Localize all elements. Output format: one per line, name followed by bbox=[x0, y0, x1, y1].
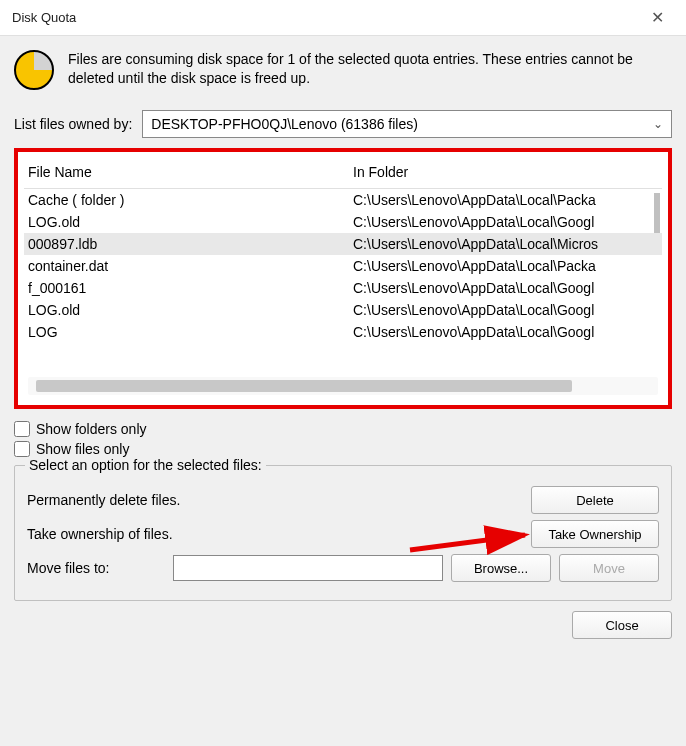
take-ownership-label: Take ownership of files. bbox=[27, 526, 173, 542]
cell-folder: C:\Users\Lenovo\AppData\Local\Googl bbox=[353, 214, 658, 230]
annotation-arrow-icon bbox=[405, 525, 545, 555]
cell-folder: C:\Users\Lenovo\AppData\Local\Googl bbox=[353, 280, 658, 296]
footer: Close bbox=[14, 601, 672, 639]
table-row[interactable]: LOG.oldC:\Users\Lenovo\AppData\Local\Goo… bbox=[24, 211, 662, 233]
move-label: Move files to: bbox=[27, 560, 109, 576]
chevron-down-icon: ⌄ bbox=[653, 117, 663, 131]
browse-button[interactable]: Browse... bbox=[451, 554, 551, 582]
pie-chart-icon bbox=[14, 50, 54, 90]
delete-label: Permanently delete files. bbox=[27, 492, 180, 508]
info-text: Files are consuming disk space for 1 of … bbox=[68, 50, 672, 88]
cell-filename: container.dat bbox=[28, 258, 353, 274]
show-files-only-checkbox[interactable] bbox=[14, 441, 30, 457]
cell-filename: LOG.old bbox=[28, 302, 353, 318]
take-ownership-row: Take ownership of files. Take Ownership bbox=[27, 520, 659, 548]
owner-select[interactable]: DESKTOP-PFHO0QJ\Lenovo (61386 files) ⌄ bbox=[142, 110, 672, 138]
delete-button[interactable]: Delete bbox=[531, 486, 659, 514]
cell-folder: C:\Users\Lenovo\AppData\Local\Googl bbox=[353, 324, 658, 340]
column-folder[interactable]: In Folder bbox=[353, 164, 658, 180]
vertical-scrollbar[interactable] bbox=[654, 193, 660, 233]
column-filename[interactable]: File Name bbox=[28, 164, 353, 180]
cell-folder: C:\Users\Lenovo\AppData\Local\Packa bbox=[353, 192, 658, 208]
svg-line-1 bbox=[410, 535, 525, 550]
move-controls: Browse... Move bbox=[173, 554, 659, 582]
titlebar: Disk Quota ✕ bbox=[0, 0, 686, 36]
take-ownership-button[interactable]: Take Ownership bbox=[531, 520, 659, 548]
move-row: Move files to: Browse... Move bbox=[27, 554, 659, 582]
file-list: File Name In Folder Cache ( folder )C:\U… bbox=[14, 148, 672, 409]
list-headers: File Name In Folder bbox=[24, 158, 662, 189]
table-row[interactable]: LOG.oldC:\Users\Lenovo\AppData\Local\Goo… bbox=[24, 299, 662, 321]
horizontal-scrollbar[interactable] bbox=[28, 377, 658, 395]
list-rows[interactable]: Cache ( folder )C:\Users\Lenovo\AppData\… bbox=[24, 189, 662, 367]
show-files-only-row[interactable]: Show files only bbox=[14, 441, 672, 457]
show-folders-only-label: Show folders only bbox=[36, 421, 147, 437]
cell-folder: C:\Users\Lenovo\AppData\Local\Packa bbox=[353, 258, 658, 274]
options-legend: Select an option for the selected files: bbox=[25, 457, 266, 473]
cell-filename: 000897.ldb bbox=[28, 236, 353, 252]
info-row: Files are consuming disk space for 1 of … bbox=[14, 50, 672, 90]
table-row[interactable]: 000897.ldbC:\Users\Lenovo\AppData\Local\… bbox=[24, 233, 662, 255]
cell-folder: C:\Users\Lenovo\AppData\Local\Micros bbox=[353, 236, 658, 252]
horizontal-scrollbar-thumb[interactable] bbox=[36, 380, 572, 392]
cell-filename: Cache ( folder ) bbox=[28, 192, 353, 208]
close-button[interactable]: Close bbox=[572, 611, 672, 639]
window-title: Disk Quota bbox=[12, 10, 76, 25]
table-row[interactable]: f_000161C:\Users\Lenovo\AppData\Local\Go… bbox=[24, 277, 662, 299]
table-row[interactable]: LOGC:\Users\Lenovo\AppData\Local\Googl bbox=[24, 321, 662, 343]
owner-filter-label: List files owned by: bbox=[14, 116, 132, 132]
move-button: Move bbox=[559, 554, 659, 582]
owner-filter-row: List files owned by: DESKTOP-PFHO0QJ\Len… bbox=[14, 110, 672, 138]
cell-filename: LOG bbox=[28, 324, 353, 340]
show-folders-only-row[interactable]: Show folders only bbox=[14, 421, 672, 437]
cell-filename: f_000161 bbox=[28, 280, 353, 296]
delete-row: Permanently delete files. Delete bbox=[27, 486, 659, 514]
dialog-body: Files are consuming disk space for 1 of … bbox=[0, 36, 686, 649]
table-row[interactable]: container.datC:\Users\Lenovo\AppData\Loc… bbox=[24, 255, 662, 277]
options-group: Select an option for the selected files:… bbox=[14, 465, 672, 601]
table-row[interactable]: Cache ( folder )C:\Users\Lenovo\AppData\… bbox=[24, 189, 662, 211]
show-files-only-label: Show files only bbox=[36, 441, 129, 457]
owner-select-value: DESKTOP-PFHO0QJ\Lenovo (61386 files) bbox=[151, 116, 418, 132]
cell-filename: LOG.old bbox=[28, 214, 353, 230]
cell-folder: C:\Users\Lenovo\AppData\Local\Googl bbox=[353, 302, 658, 318]
close-icon[interactable]: ✕ bbox=[641, 4, 674, 31]
show-folders-only-checkbox[interactable] bbox=[14, 421, 30, 437]
move-path-input[interactable] bbox=[173, 555, 443, 581]
